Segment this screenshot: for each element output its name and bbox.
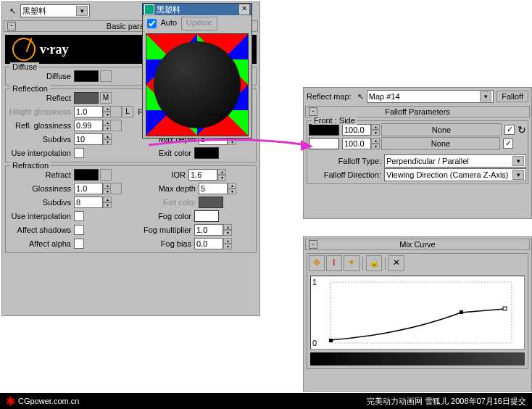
refl-subdivs-spinner[interactable]: ▴▾ bbox=[74, 133, 110, 145]
reflect-map-label: Reflect map: bbox=[307, 92, 354, 101]
preview-sphere bbox=[146, 33, 249, 136]
swap-icon[interactable]: ↻ bbox=[518, 124, 526, 136]
front-swatch[interactable] bbox=[309, 124, 339, 136]
svg-rect-2 bbox=[460, 310, 463, 314]
diffuse-map-slot[interactable] bbox=[100, 70, 112, 82]
svg-rect-0 bbox=[331, 282, 512, 343]
move-tool[interactable]: ✥ bbox=[309, 255, 325, 271]
delete-tool[interactable]: ✕ bbox=[388, 255, 404, 271]
side-enable-check[interactable]: ✓ bbox=[503, 139, 513, 149]
reflgloss-label: Refl. glossiness bbox=[7, 121, 74, 130]
refl-interp-check[interactable] bbox=[74, 148, 84, 158]
refr-maxdepth-label: Max depth bbox=[122, 184, 199, 193]
map-name-dropdown[interactable]: Map #14 bbox=[367, 90, 494, 103]
rollout-mixcurve[interactable]: -Mix Curve bbox=[305, 239, 530, 250]
group-refraction: Refraction bbox=[10, 161, 51, 170]
group-frontside: Front : Side bbox=[312, 116, 357, 125]
falloff-dir-dropdown[interactable]: Viewing Direction (Camera Z-Axis) bbox=[384, 168, 526, 181]
curve-editor[interactable]: 1 0 bbox=[310, 276, 525, 350]
footer-site: CGpower.com.cn bbox=[18, 397, 79, 405]
front-enable-check[interactable]: ✓ bbox=[504, 125, 515, 135]
material-name-field[interactable]: 黑塑料 bbox=[20, 4, 90, 17]
preview-icon bbox=[144, 4, 154, 15]
hilight-label: Hilight glossiness bbox=[7, 107, 74, 116]
refl-exit-label: Exit color bbox=[84, 149, 194, 157]
falloff-button[interactable]: Falloff bbox=[496, 91, 528, 102]
hilight-lock[interactable]: L bbox=[122, 106, 133, 117]
refr-gloss-map[interactable] bbox=[110, 183, 122, 194]
svg-rect-1 bbox=[329, 339, 333, 342]
falloff-dir-label: Falloff Direction: bbox=[309, 170, 384, 179]
side-map-button[interactable]: None bbox=[381, 137, 500, 150]
ior-label: IOR bbox=[112, 170, 188, 179]
refract-map[interactable] bbox=[100, 169, 112, 181]
svg-rect-3 bbox=[503, 307, 507, 310]
auto-check[interactable]: Auto bbox=[144, 17, 177, 30]
scale-tool[interactable]: Ⅰ bbox=[326, 255, 342, 271]
fog-color-swatch[interactable] bbox=[194, 210, 219, 222]
falloff-type-dropdown[interactable]: Perpendicular / Parallel bbox=[384, 154, 526, 168]
front-spinner[interactable]: ▴▾ bbox=[342, 124, 378, 136]
hilight-spinner[interactable]: ▴▾ bbox=[74, 106, 110, 117]
ior-spinner[interactable]: ▴▾ bbox=[188, 169, 225, 181]
affect-shadows-check[interactable] bbox=[74, 225, 84, 235]
reflect-label: Reflect bbox=[7, 94, 74, 102]
refr-exit-label: Exit color bbox=[110, 198, 199, 207]
snap-tool[interactable]: 🔒 bbox=[366, 255, 382, 271]
refr-subdivs-label: Subdivs bbox=[7, 198, 74, 207]
refr-exit-swatch bbox=[199, 197, 223, 208]
close-icon[interactable]: ✕ bbox=[238, 4, 250, 15]
diffuse-swatch[interactable] bbox=[74, 70, 99, 82]
preview-title: 黑塑料 bbox=[157, 4, 180, 15]
refr-gloss-label: Glossiness bbox=[7, 184, 74, 193]
pick-icon[interactable]: ↖ bbox=[9, 7, 16, 16]
side-spinner[interactable]: ▴▾ bbox=[342, 138, 378, 149]
fog-mult-spinner[interactable]: ▴▾ bbox=[194, 224, 230, 236]
fog-color-label: Fog color bbox=[84, 212, 194, 220]
star-icon: ✱ bbox=[6, 394, 15, 408]
group-diffuse: Diffuse bbox=[10, 62, 39, 71]
update-button[interactable]: Update bbox=[181, 17, 217, 30]
add-point-tool[interactable]: ✦ bbox=[344, 255, 359, 271]
reflgloss-map[interactable] bbox=[110, 120, 122, 131]
gradient-bar bbox=[310, 352, 525, 365]
affect-alpha-check[interactable] bbox=[74, 239, 84, 249]
preview-window[interactable]: 黑塑料✕ AutoUpdate bbox=[142, 3, 252, 139]
refl-subdivs-label: Subdivs bbox=[7, 135, 74, 144]
footer-credit: 完美动力动画网 雪狐儿 2008年07月16日提交 bbox=[367, 396, 526, 407]
reflgloss-spinner[interactable]: ▴▾ bbox=[74, 120, 110, 131]
hilight-map[interactable] bbox=[110, 106, 122, 117]
diffuse-label: Diffuse bbox=[7, 72, 74, 80]
pick-icon-2[interactable]: ↖ bbox=[357, 92, 364, 102]
refract-label: Refract bbox=[7, 170, 74, 179]
refr-interp-check[interactable] bbox=[74, 211, 84, 221]
front-map-button[interactable]: None bbox=[381, 123, 502, 136]
refr-gloss-spinner[interactable]: ▴▾ bbox=[74, 183, 110, 194]
refract-swatch[interactable] bbox=[74, 169, 99, 181]
affect-shadows-label: Affect shadows bbox=[7, 226, 74, 234]
fog-bias-spinner[interactable]: ▴▾ bbox=[194, 238, 230, 249]
refr-interp-label: Use interpolation bbox=[7, 212, 74, 220]
refl-exit-swatch[interactable] bbox=[194, 147, 219, 159]
falloff-type-label: Falloff Type: bbox=[309, 157, 384, 165]
reflect-swatch[interactable] bbox=[74, 92, 99, 104]
fog-mult-label: Fog multiplier bbox=[84, 226, 194, 234]
refr-subdivs-spinner[interactable]: ▴▾ bbox=[74, 197, 110, 208]
group-reflection: Reflection bbox=[10, 84, 50, 93]
refl-interp-label: Use interpolation bbox=[7, 149, 74, 157]
side-swatch[interactable] bbox=[309, 138, 339, 149]
affect-alpha-label: Affect alpha bbox=[7, 239, 74, 248]
fog-bias-label: Fog bias bbox=[84, 239, 194, 248]
reflect-map-slot[interactable]: M bbox=[100, 92, 112, 104]
refr-maxdepth-spinner[interactable]: ▴▾ bbox=[199, 183, 235, 194]
